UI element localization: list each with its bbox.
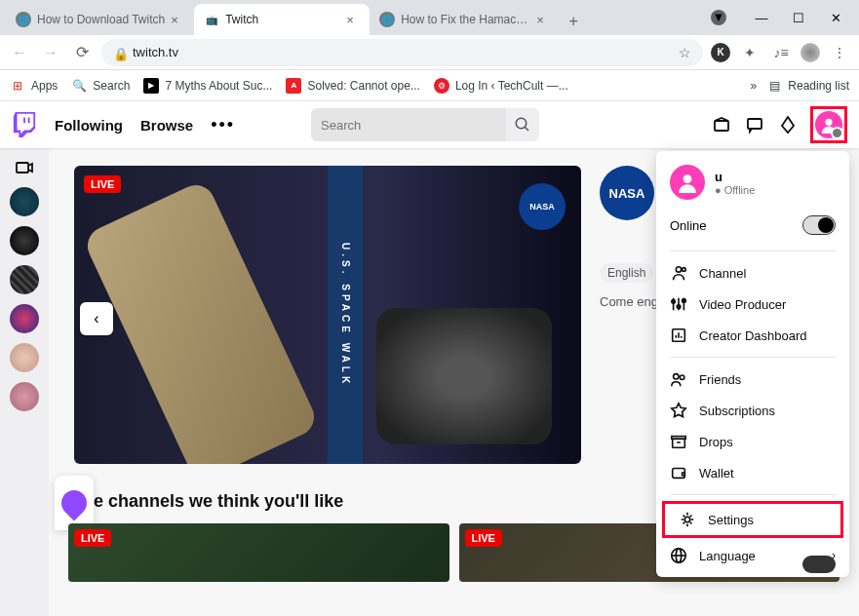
media-icon[interactable]: ♪≡ bbox=[769, 41, 793, 64]
globe-icon: 🌐 bbox=[379, 12, 395, 27]
promo-card[interactable] bbox=[55, 476, 94, 530]
profile-avatar[interactable] bbox=[800, 43, 820, 62]
twitch-header: Following Browse ••• bbox=[0, 101, 859, 148]
menu-channel[interactable]: Channel bbox=[656, 257, 849, 289]
svg-rect-2 bbox=[715, 121, 728, 131]
menu-creator-dashboard[interactable]: Creator Dashboard bbox=[656, 320, 849, 351]
new-tab-button[interactable]: + bbox=[560, 8, 587, 35]
dark-toggle-partial[interactable] bbox=[802, 556, 836, 573]
svg-point-8 bbox=[683, 268, 686, 272]
hero-prev-button[interactable]: ‹ bbox=[80, 302, 113, 335]
page-icon: ▶︎ bbox=[143, 78, 159, 94]
browser-titlebar: 🌐 How to Download Twitch × 📺 Twitch × 🌐 … bbox=[0, 0, 859, 35]
twitch-logo-icon[interactable] bbox=[12, 112, 37, 137]
adobe-icon: A bbox=[286, 78, 301, 94]
user-avatar-button[interactable] bbox=[815, 111, 842, 138]
bookmark-login[interactable]: ⚙ Log In ‹ TechCult —... bbox=[434, 78, 568, 94]
menu-video-producer[interactable]: Video Producer bbox=[656, 289, 849, 320]
kebab-menu-icon[interactable]: ⋮ bbox=[828, 41, 851, 64]
svg-point-12 bbox=[672, 300, 676, 304]
sidebar-channel-4[interactable] bbox=[10, 304, 39, 333]
techcult-icon: ⚙ bbox=[434, 78, 449, 94]
toggle-switch[interactable] bbox=[802, 215, 836, 235]
hero-stream[interactable]: LIVE U.S. SPACE WALK NASA ‹ bbox=[74, 166, 581, 464]
search-button[interactable] bbox=[506, 108, 539, 141]
forward-button[interactable]: → bbox=[39, 41, 62, 64]
inventory-icon bbox=[670, 433, 687, 450]
tab-2-active[interactable]: 📺 Twitch × bbox=[194, 4, 370, 35]
user-menu-highlight bbox=[810, 106, 847, 143]
reading-list-icon: ▤ bbox=[766, 78, 782, 94]
bookmark-label: Search bbox=[93, 79, 130, 93]
reading-list-button[interactable]: ▤ Reading list bbox=[766, 78, 849, 94]
globe-icon: 🌐 bbox=[16, 12, 31, 27]
menu-label: Drops bbox=[699, 435, 733, 449]
hero-strip: U.S. SPACE WALK bbox=[328, 166, 363, 464]
close-icon[interactable]: × bbox=[346, 13, 360, 26]
sidebar-channel-1[interactable] bbox=[10, 187, 39, 216]
live-card-1[interactable]: LIVE bbox=[68, 523, 449, 582]
close-icon[interactable]: × bbox=[536, 13, 550, 26]
menu-label: Language bbox=[699, 549, 756, 563]
tab-label: How to Download Twitch bbox=[37, 13, 165, 26]
search-input[interactable] bbox=[311, 108, 506, 141]
menu-drops[interactable]: Drops bbox=[656, 426, 849, 457]
bookmark-myths[interactable]: ▶︎ 7 Myths About Suc... bbox=[143, 78, 272, 94]
close-icon[interactable]: × bbox=[171, 13, 184, 26]
apps-button[interactable]: ⊞ Apps bbox=[10, 78, 58, 94]
separator bbox=[670, 494, 836, 495]
strip-text: U.S. SPACE WALK bbox=[340, 243, 351, 387]
bookmark-solved[interactable]: A Solved: Cannot ope... bbox=[286, 78, 419, 94]
menu-label: Subscriptions bbox=[699, 404, 775, 418]
more-icon[interactable]: ••• bbox=[211, 115, 235, 135]
sidebar-channel-3[interactable] bbox=[10, 265, 39, 294]
bits-icon[interactable] bbox=[777, 114, 799, 135]
separator bbox=[670, 357, 836, 358]
star-icon[interactable]: ☆ bbox=[679, 45, 691, 60]
bookmark-search[interactable]: 🔍 Search bbox=[71, 78, 130, 94]
svg-point-13 bbox=[677, 305, 681, 309]
menu-friends[interactable]: Friends bbox=[656, 364, 849, 395]
twitch-icon: 📺 bbox=[204, 12, 219, 27]
bookmark-label: Log In ‹ TechCult —... bbox=[455, 79, 568, 93]
menu-label: Settings bbox=[708, 513, 754, 527]
search-icon: 🔍 bbox=[71, 78, 87, 94]
menu-settings[interactable]: Settings bbox=[665, 504, 840, 535]
channel-avatar[interactable]: NASA bbox=[600, 166, 654, 220]
back-button[interactable]: ← bbox=[8, 41, 31, 64]
svg-rect-21 bbox=[673, 439, 685, 447]
nav-following[interactable]: Following bbox=[55, 117, 123, 134]
prime-loot-icon[interactable] bbox=[711, 114, 732, 135]
sidebar-channel-5[interactable] bbox=[10, 343, 39, 372]
minimize-button[interactable]: — bbox=[752, 11, 771, 25]
nav-browse[interactable]: Browse bbox=[140, 117, 193, 134]
tab-label: How to Fix the Hamachi T bbox=[401, 13, 530, 26]
sidebar-channel-2[interactable] bbox=[10, 226, 39, 255]
menu-subscriptions[interactable]: Subscriptions bbox=[656, 395, 849, 426]
shield-icon: ▼ bbox=[711, 10, 726, 25]
live-badge: LIVE bbox=[84, 175, 121, 193]
whispers-icon[interactable] bbox=[744, 114, 765, 135]
online-toggle-row[interactable]: Online bbox=[656, 210, 849, 245]
maximize-button[interactable]: ☐ bbox=[789, 11, 808, 25]
extensions-icon[interactable]: ✦ bbox=[738, 41, 761, 64]
dashboard-icon bbox=[670, 327, 687, 344]
camera-icon[interactable] bbox=[15, 158, 34, 177]
svg-rect-22 bbox=[672, 437, 685, 440]
overflow-icon[interactable]: » bbox=[751, 79, 758, 93]
menu-label: Wallet bbox=[699, 466, 734, 481]
tab-1[interactable]: 🌐 How to Download Twitch × bbox=[6, 4, 194, 35]
omnibox[interactable]: 🔒 twitch.tv ☆ bbox=[101, 39, 703, 66]
sidebar bbox=[0, 148, 49, 616]
svg-point-6 bbox=[683, 174, 692, 183]
svg-point-19 bbox=[674, 374, 679, 379]
menu-wallet[interactable]: Wallet bbox=[656, 457, 849, 488]
svg-point-20 bbox=[680, 375, 684, 380]
close-window-button[interactable]: ✕ bbox=[826, 11, 845, 25]
language-tag[interactable]: English bbox=[600, 263, 653, 283]
tab-3[interactable]: 🌐 How to Fix the Hamachi T × bbox=[370, 4, 560, 35]
extension-k[interactable]: K bbox=[711, 43, 730, 62]
sidebar-channel-6[interactable] bbox=[10, 382, 39, 411]
dropdown-status: ● Offline bbox=[715, 184, 755, 196]
reload-button[interactable]: ⟳ bbox=[70, 41, 94, 64]
